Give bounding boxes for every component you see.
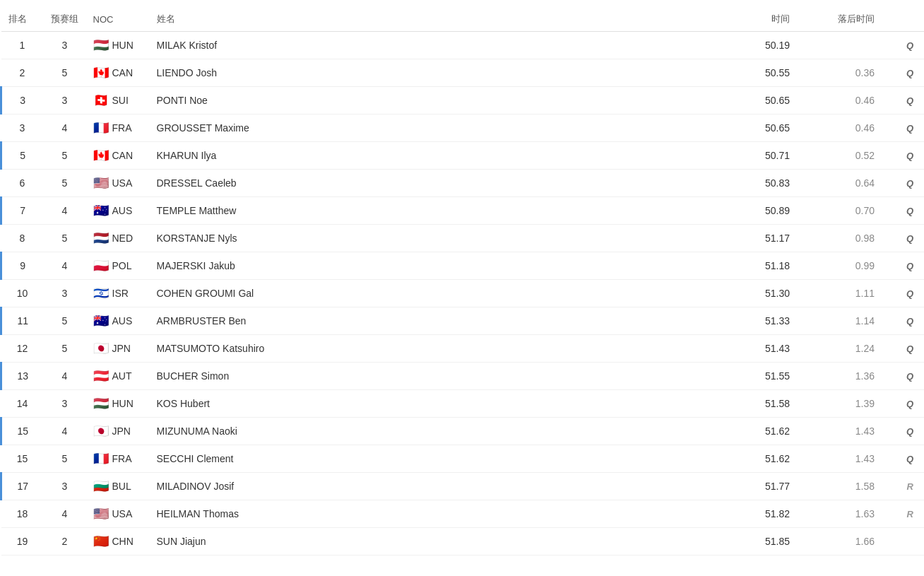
table-row: 10 3 🇮🇱 ISR COHEN GROUMI Gal 51.30 1.11 … [1,280,925,307]
table-row: 6 5 🇺🇸 USA DRESSEL Caeleb 50.83 0.64 Q [1,170,925,197]
cell-rank: 12 [1,335,44,363]
flag-icon: 🇨🇦 [93,149,109,162]
cell-noc: 🇦🇺 AUS [86,307,150,335]
noc-code: SUI [112,95,129,106]
cell-time: 51.82 [712,500,797,528]
cell-behind: 0.99 [797,252,882,280]
qualify-badge: Q [906,454,913,464]
noc-code: USA [112,508,133,519]
cell-time: 50.55 [712,59,797,87]
cell-rank: 5 [1,142,44,170]
cell-name: MAJERSKI Jakub [150,252,713,280]
cell-behind: 1.36 [797,363,882,390]
table-row: 19 2 🇨🇳 CHN SUN Jiajun 51.85 1.66 [1,528,925,556]
cell-noc: 🇺🇸 USA [86,170,150,197]
flag-icon: 🇫🇷 [93,122,109,134]
cell-heat: 3 [44,32,86,59]
cell-noc: 🇨🇦 CAN [86,59,150,87]
cell-heat: 2 [44,528,86,556]
cell-heat: 4 [44,114,86,142]
cell-time: 51.62 [712,418,797,445]
cell-rank: 14 [1,390,44,418]
cell-time: 51.30 [712,280,797,307]
cell-behind: 0.64 [797,170,882,197]
flag-icon: 🇳🇱 [93,232,109,245]
cell-heat: 4 [44,363,86,390]
cell-noc: 🇦🇹 AUT [86,363,150,390]
cell-noc: 🇵🇱 POL [86,252,150,280]
flag-icon: 🇭🇺 [93,39,109,52]
cell-noc: 🇨🇦 CAN [86,142,150,170]
flag-icon: 🇦🇹 [93,370,109,382]
cell-heat: 5 [44,445,86,473]
cell-name: HEILMAN Thomas [150,500,713,528]
cell-name: MILADINOV Josif [150,473,713,500]
cell-noc: 🇫🇷 FRA [86,445,150,473]
col-header-noc: NOC [86,7,150,32]
qualify-badge: Q [906,288,913,299]
cell-name: KORSTANJE Nyls [150,225,713,252]
cell-noc: 🇮🇱 ISR [86,280,150,307]
flag-icon: 🇯🇵 [93,342,109,355]
noc-code: HUN [112,40,134,51]
cell-noc: 🇯🇵 JPN [86,335,150,363]
col-header-name: 姓名 [150,7,713,32]
cell-noc: 🇧🇬 BUL [86,473,150,500]
qualify-badge: Q [906,233,913,244]
cell-heat: 5 [44,142,86,170]
col-header-time: 时间 [712,7,797,32]
table-row: 2 5 🇨🇦 CAN LIENDO Josh 50.55 0.36 Q [1,59,925,87]
cell-heat: 3 [44,280,86,307]
cell-heat: 5 [44,335,86,363]
cell-heat: 5 [44,59,86,87]
cell-qualify [882,528,924,556]
cell-name: DRESSEL Caeleb [150,170,713,197]
cell-noc: 🇺🇸 USA [86,500,150,528]
table-row: 7 4 🇦🇺 AUS TEMPLE Matthew 50.89 0.70 Q [1,197,925,225]
cell-behind: 0.52 [797,142,882,170]
cell-behind: 0.36 [797,59,882,87]
cell-name: PONTI Noe [150,87,713,114]
cell-qualify: Q [882,280,924,307]
qualify-badge: Q [906,261,913,271]
table-row: 11 5 🇦🇺 AUS ARMBRUSTER Ben 51.33 1.14 Q [1,307,925,335]
cell-heat: 4 [44,500,86,528]
cell-rank: 3 [1,87,44,114]
cell-qualify: Q [882,445,924,473]
noc-code: FRA [112,453,132,464]
cell-rank: 19 [1,528,44,556]
cell-name: BUCHER Simon [150,363,713,390]
noc-code: AUS [112,205,133,216]
cell-noc: 🇳🇱 NED [86,225,150,252]
noc-code: FRA [112,122,132,134]
flag-icon: 🇯🇵 [93,425,109,437]
table-row: 9 4 🇵🇱 POL MAJERSKI Jakub 51.18 0.99 Q [1,252,925,280]
qualify-badge: Q [906,343,913,354]
cell-name: SUN Jiajun [150,528,713,556]
cell-noc: 🇨🇭 SUI [86,87,150,114]
qualify-badge: Q [906,206,913,216]
flag-icon: 🇺🇸 [93,177,109,189]
cell-name: LIENDO Josh [150,59,713,87]
cell-noc: 🇨🇳 CHN [86,528,150,556]
qualify-badge: Q [906,371,913,382]
qualify-badge: Q [906,123,913,134]
table-row: 15 4 🇯🇵 JPN MIZUNUMA Naoki 51.62 1.43 Q [1,418,925,445]
cell-qualify: Q [882,142,924,170]
cell-name: SECCHI Clement [150,445,713,473]
cell-rank: 15 [1,418,44,445]
cell-behind: 0.98 [797,225,882,252]
cell-time: 50.65 [712,114,797,142]
cell-qualify: Q [882,307,924,335]
cell-time: 51.77 [712,473,797,500]
cell-behind: 1.58 [797,473,882,500]
qualify-badge: Q [906,40,913,51]
flag-icon: 🇧🇬 [93,480,109,493]
cell-rank: 15 [1,445,44,473]
qualify-badge: Q [906,151,913,161]
cell-behind: 1.39 [797,390,882,418]
cell-rank: 1 [1,32,44,59]
cell-behind: 1.14 [797,307,882,335]
flag-icon: 🇺🇸 [93,507,109,520]
qualify-badge: Q [906,68,913,78]
